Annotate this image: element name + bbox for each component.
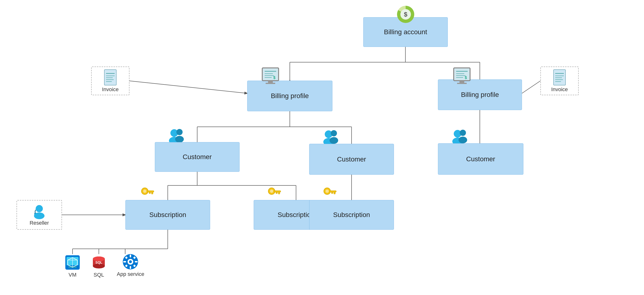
customer-right-node: Customer [438,143,524,175]
svg-point-60 [176,129,182,135]
reseller-label: Reseller [30,220,49,226]
key-mid-icon [266,185,282,202]
svg-point-96 [93,264,105,268]
invoice-right-label: Invoice [551,86,568,92]
customer-mid-label: Customer [337,156,366,163]
svg-point-68 [460,130,466,136]
monitor-dollar-right-icon: $ [452,66,472,86]
key-mid-svg [267,186,281,200]
diagram-container: Billing account Billing profile $ Billin… [0,0,644,295]
sql-label: SQL [94,272,104,278]
svg-rect-30 [268,81,273,83]
reseller-node: Reseller [16,200,62,230]
sql-icon: SQL [90,254,107,271]
svg-rect-103 [130,266,131,269]
app-service-label: App service [117,271,144,277]
svg-point-84 [326,190,329,193]
subscription-right-label: Subscription [333,211,370,219]
monitor-dollar-left-icon: $ [261,66,280,86]
invoice-left-label: Invoice [102,86,119,92]
sql-item: SQL SQL [90,254,107,278]
vm-item: VM [64,254,81,278]
key-left-svg [140,186,154,200]
svg-rect-77 [149,192,150,194]
invoice-left-node: Invoice [91,66,130,95]
dollar-circle-icon [397,6,414,23]
vm-label: VM [69,272,76,278]
svg-rect-46 [104,70,116,85]
invoice-left-content: Invoice [102,69,119,92]
subscription-right-node: Subscription [309,200,394,230]
svg-rect-38 [454,68,470,80]
svg-point-61 [175,136,184,142]
svg-rect-29 [263,68,278,80]
billing-account-icon [396,5,415,24]
svg-point-70 [36,205,43,212]
svg-rect-87 [332,192,333,194]
svg-rect-102 [130,254,131,258]
svg-rect-85 [330,191,336,192]
app-service-icon [122,253,139,270]
svg-rect-40 [457,83,467,84]
subscription-left-label: Subscription [149,211,186,219]
svg-rect-82 [276,192,277,194]
svg-rect-80 [274,191,281,192]
svg-point-79 [270,190,273,193]
svg-point-74 [143,190,146,193]
customer-left-node: Customer [155,142,240,172]
svg-line-6 [130,81,247,93]
customer-left-label: Customer [182,153,212,161]
svg-text:$: $ [465,76,467,80]
svg-rect-39 [460,81,464,83]
vm-icon [64,254,81,271]
svg-point-64 [331,130,337,136]
svg-text:SQL: SQL [96,260,102,264]
svg-rect-86 [334,192,335,194]
svg-point-65 [330,137,338,144]
svg-rect-105 [135,261,138,262]
svg-rect-75 [147,191,154,192]
key-left-icon [139,185,156,202]
app-service-item: App service [117,253,144,277]
billing-account-label: Billing account [384,28,427,36]
billing-profile-right-icon: $ [451,65,473,87]
billing-profile-left-icon: $ [260,65,281,87]
svg-rect-52 [554,70,566,85]
svg-rect-76 [152,192,153,194]
billing-profile-right-label: Billing profile [461,91,499,98]
svg-point-72 [34,212,44,219]
svg-point-101 [129,260,132,263]
invoice-right-content: Invoice [551,69,568,92]
svg-point-69 [458,136,467,143]
subscription-left-node: Subscription [126,200,210,230]
svg-rect-31 [266,83,275,84]
customer-right-label: Customer [466,155,495,163]
reseller-icon [32,204,46,220]
key-right-svg [322,186,337,200]
svg-rect-81 [278,192,280,194]
billing-profile-left-label: Billing profile [271,92,309,100]
invoice-right-node: Invoice [540,66,579,95]
billing-profile-right-node: Billing profile [438,80,522,110]
svg-text:$: $ [273,76,276,80]
subscription-mid-label: Subscription [278,211,314,219]
invoice-right-icon [552,69,567,86]
customer-mid-node: Customer [309,144,394,175]
invoice-left-icon [103,69,118,86]
key-right-icon [321,185,338,202]
svg-line-7 [522,81,540,93]
svg-rect-104 [123,261,126,262]
